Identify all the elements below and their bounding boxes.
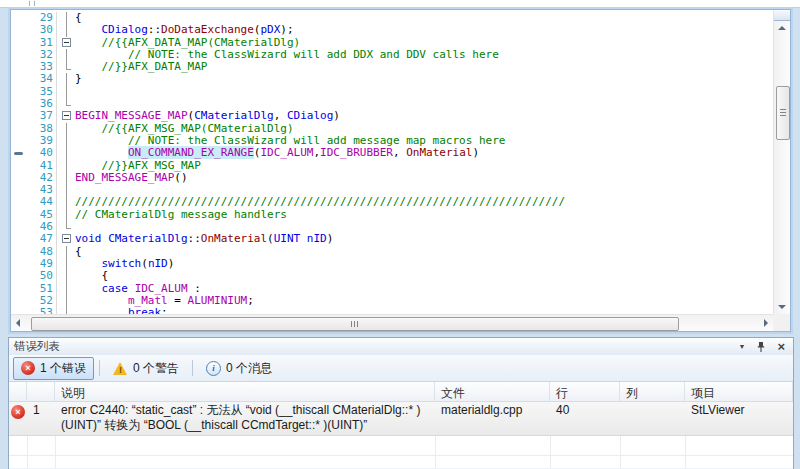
errors-filter-label: 1 个错误 — [40, 360, 86, 377]
line-number: 41 — [27, 160, 53, 172]
error-project-cell: StLViewer — [685, 402, 793, 435]
column-header-file[interactable]: 文件 — [435, 382, 550, 401]
fold-line — [66, 258, 67, 270]
fold-collapse-icon[interactable] — [62, 111, 71, 120]
messages-filter-button[interactable]: i 0 个消息 — [198, 357, 280, 380]
line-number: 34 — [27, 73, 53, 85]
column-header-number[interactable] — [27, 382, 55, 401]
fold-line — [66, 172, 67, 184]
code-line: } — [75, 73, 773, 85]
code-line: m_Matl = ALUMINIUM; — [75, 295, 773, 307]
fold-line — [66, 160, 67, 172]
error-line-cell: 40 — [550, 402, 620, 435]
fold-line — [66, 86, 67, 98]
chevron-down-icon[interactable]: ▼ — [738, 338, 745, 355]
horizontal-scroll-thumb[interactable] — [31, 317, 679, 331]
error-grid-body: × 1 error C2440: “static_cast” : 无法从 “vo… — [9, 402, 793, 468]
error-column-cell — [620, 402, 685, 435]
info-icon: i — [206, 361, 221, 376]
warnings-filter-button[interactable]: ! 0 个警告 — [105, 357, 187, 380]
top-toolbar-strip — [0, 0, 800, 8]
column-header-description[interactable]: 说明 — [55, 382, 435, 401]
line-number: 30 — [27, 24, 53, 36]
fold-line — [66, 184, 67, 196]
line-numbers[interactable]: 2930313233343536373839404142434445464748… — [27, 12, 57, 314]
messages-filter-label: 0 个消息 — [226, 360, 272, 377]
horizontal-scrollbar[interactable] — [11, 314, 773, 331]
grid-line — [9, 455, 793, 456]
code-line: void CMaterialDlg::OnMaterial(UINT nID) — [75, 233, 773, 245]
error-list-title: 错误列表 — [14, 340, 60, 352]
scrollbar-corner — [773, 314, 790, 331]
error-number-cell: 1 — [27, 402, 55, 435]
error-row[interactable]: × 1 error C2440: “static_cast” : 无法从 “vo… — [9, 402, 793, 436]
vertical-scrollbar[interactable] — [773, 10, 790, 314]
code-line: END_MESSAGE_MAP() — [75, 172, 773, 184]
ide-window: 2930313233343536373839404142434445464748… — [0, 0, 800, 469]
pin-icon[interactable] — [756, 341, 766, 353]
fold-line — [66, 24, 67, 36]
fold-line — [66, 49, 67, 61]
errors-filter-button[interactable]: × 1 个错误 — [13, 357, 94, 380]
code-line: //}}AFX_DATA_MAP — [75, 61, 773, 73]
code-line: { — [75, 246, 773, 258]
toolbar-separator — [192, 360, 193, 376]
error-list-toolbar: × 1 个错误 ! 0 个警告 i 0 个消息 — [9, 355, 793, 382]
code-line: break; — [75, 307, 773, 314]
scroll-down-icon[interactable] — [774, 300, 790, 314]
warnings-filter-label: 0 个警告 — [133, 360, 179, 377]
line-number: 37 — [27, 110, 53, 122]
fold-line — [66, 221, 67, 228]
line-number: 44 — [27, 196, 53, 208]
column-header-project[interactable]: 项目 — [685, 382, 793, 401]
fold-line — [66, 73, 67, 85]
fold-line — [66, 228, 71, 229]
vertical-scroll-thumb[interactable] — [776, 86, 790, 140]
error-file-cell: materialdlg.cpp — [435, 402, 550, 435]
fold-line — [66, 270, 67, 282]
fold-line — [66, 69, 71, 70]
column-header-icon[interactable] — [9, 382, 27, 401]
column-header-line[interactable]: 行 — [550, 382, 620, 401]
fold-line — [66, 135, 67, 147]
toolbar-grip[interactable] — [29, 1, 35, 6]
indicator-margin[interactable] — [11, 12, 27, 314]
fold-collapse-icon[interactable] — [62, 38, 71, 47]
scroll-up-icon[interactable] — [774, 21, 790, 35]
fold-line — [66, 98, 67, 105]
line-number: 40 — [27, 147, 53, 159]
fold-line — [66, 209, 67, 221]
error-icon: × — [11, 405, 25, 419]
error-location-marker — [14, 152, 23, 155]
fold-line — [66, 246, 67, 258]
toolbar-separator — [99, 360, 100, 376]
error-list-titlebar: 错误列表 ▼ × — [9, 338, 793, 355]
fold-line — [66, 295, 67, 307]
line-number: 50 — [27, 270, 53, 282]
fold-line — [66, 283, 67, 295]
fold-line — [66, 123, 67, 135]
fold-margin — [60, 12, 74, 314]
code-area[interactable]: { CDialog::DoDataExchange(pDX); //{{AFX_… — [75, 12, 773, 314]
error-description-cell: error C2440: “static_cast” : 无法从 “void (… — [55, 402, 435, 435]
fold-line — [66, 105, 71, 106]
splitter-handle[interactable] — [774, 10, 790, 21]
fold-collapse-icon[interactable] — [62, 234, 71, 243]
fold-line — [66, 147, 67, 159]
scroll-right-icon[interactable] — [759, 315, 773, 331]
code-editor-panel: 2930313233343536373839404142434445464748… — [10, 9, 791, 332]
fold-line — [66, 196, 67, 208]
fold-line — [66, 61, 67, 68]
line-number: 47 — [27, 233, 53, 245]
close-icon[interactable]: × — [777, 340, 785, 353]
code-line — [75, 86, 773, 98]
code-line: // CMaterialDlg message handlers — [75, 209, 773, 221]
error-grid-header: 说明 文件 行 列 项目 — [9, 382, 793, 402]
error-list-panel: 错误列表 ▼ × × 1 个错误 ! 0 个警告 i 0 个消息 — [8, 337, 794, 469]
column-header-column[interactable]: 列 — [620, 382, 685, 401]
error-icon: × — [21, 361, 35, 375]
fold-line — [66, 12, 67, 24]
line-number: 51 — [27, 283, 53, 295]
scroll-left-icon[interactable] — [11, 315, 25, 331]
code-line: switch(nID) — [75, 258, 773, 270]
